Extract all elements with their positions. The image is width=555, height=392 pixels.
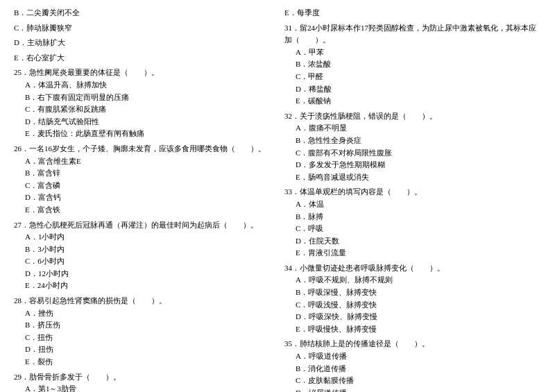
question-q31: 31．留24小时尿标本作17羟类固醇检查，为防止尿中激素被氧化，其标本应加（ ）… <box>284 22 541 108</box>
page-content: B．二尖瓣关闭不全C．肺动脉瓣狭窄D．主动脉扩大E．右心室扩大25．急性阑尾炎最… <box>14 7 541 392</box>
question-text: 33．体温单观栏的填写内容是（ ）。 <box>284 186 541 198</box>
question-text: 35．肺结核肺上是的传播途径是（ ）。 <box>284 338 541 350</box>
option-q32-2: C．腹部有不对称局限性腹胀 <box>284 147 541 160</box>
question-q_e2: E．每季度 <box>284 7 541 19</box>
question-text: 29．肋骨骨折多发于（ ）。 <box>14 371 271 384</box>
option-q35-1: B．消化道传播 <box>284 363 541 375</box>
option-q31-3: D．稀盐酸 <box>284 83 541 96</box>
option-q34-3: D．呼吸深快、脉搏变慢 <box>284 311 541 323</box>
question-q29: 29．肋骨骨折多发于（ ）。A．第1～3肋骨B．第4～7肋骨C．第7～9肋骨D．… <box>14 371 271 392</box>
question-q32: 32．关于溃疡性肠梗阻，错误的是（ ）。A．腹痛不明显B．急性性全身炎症C．腹部… <box>284 110 541 184</box>
question-q_b1: B．二尖瓣关闭不全 <box>14 7 271 19</box>
option-q32-4: E．肠鸣音减退或消失 <box>284 171 541 184</box>
right-column: E．每季度31．留24小时尿标本作17羟类固醇检查，为防止尿中激素被氧化，其标本… <box>284 7 541 392</box>
option-q28-3: D．扭伤 <box>14 343 271 356</box>
question-text: 25．急性阑尾炎最重要的体征是（ ）。 <box>14 67 271 79</box>
option-q35-2: C．皮肤黏膜传播 <box>284 375 541 387</box>
option-q32-1: B．急性性全身炎症 <box>284 135 541 147</box>
question-q25: 25．急性阑尾炎最重要的体征是（ ）。A．体温升高、脉搏加快B．右下腹有固定而明… <box>14 67 271 140</box>
question-text: 34．小微量切迹处患者呼吸脉搏变化（ ）。 <box>284 262 541 275</box>
option-q31-2: C．甲醛 <box>284 71 541 83</box>
option-q34-2: C．呼吸浅慢、脉搏变快 <box>284 299 541 312</box>
option-q35-0: A．呼吸道传播 <box>284 350 541 363</box>
option-q28-2: C．扭伤 <box>14 332 271 344</box>
option-q31-4: E．碳酸钠 <box>284 95 541 108</box>
option-q27-3: D．12小时内 <box>14 268 271 280</box>
question-text: 28．容易引起急性肾窦痛的损伤是（ ）。 <box>14 295 271 307</box>
question-text: C．肺动脉瓣狭窄 <box>14 22 271 35</box>
option-q27-1: B．3小时内 <box>14 244 271 256</box>
question-q28: 28．容易引起急性肾窦痛的损伤是（ ）。A．挫伤B．挤压伤C．扭伤D．扭伤E．裂… <box>14 295 271 368</box>
option-q32-3: D．多发发于急性期期模糊 <box>284 159 541 171</box>
option-q34-4: E．呼吸慢快、脉搏变慢 <box>284 323 541 336</box>
option-q25-0: A．体温升高、脉搏加快 <box>14 79 271 92</box>
option-q25-3: D．结肠充气试验阳性 <box>14 116 271 128</box>
option-q33-4: E．胃液引流量 <box>284 247 541 259</box>
option-q31-1: B．浓盐酸 <box>284 58 541 71</box>
option-q28-0: A．挫伤 <box>14 307 271 320</box>
option-q31-0: A．甲苯 <box>284 46 541 59</box>
option-q33-2: C．呼吸 <box>284 223 541 235</box>
option-q28-4: E．裂伤 <box>14 356 271 368</box>
question-text: 27．急性心肌梗死后冠脉再通（再灌注）的最佳时间为起病后（ ）。 <box>14 219 271 232</box>
option-q27-0: A．1小时内 <box>14 231 271 244</box>
question-text: D．主动脉扩大 <box>14 37 271 49</box>
option-q26-1: B．富含锌 <box>14 167 271 180</box>
option-q29-0: A．第1～3肋骨 <box>14 383 271 392</box>
question-text: 26．一名16岁女生，个子矮、胸廓未发育，应该多食用哪类食物（ ）。 <box>14 143 271 155</box>
option-q26-0: A．富含维生素E <box>14 155 271 168</box>
question-text: 31．留24小时尿标本作17羟类固醇检查，为防止尿中激素被氧化，其标本应加（ ）… <box>284 22 541 46</box>
option-q28-1: B．挤压伤 <box>14 319 271 332</box>
question-q_d1: D．主动脉扩大 <box>14 37 271 49</box>
left-column: B．二尖瓣关闭不全C．肺动脉瓣狭窄D．主动脉扩大E．右心室扩大25．急性阑尾炎最… <box>14 7 271 392</box>
question-text: B．二尖瓣关闭不全 <box>14 7 271 19</box>
question-q_e1: E．右心室扩大 <box>14 52 271 65</box>
option-q34-1: B．呼吸深慢、脉搏变快 <box>284 287 541 299</box>
option-q27-2: C．6小时内 <box>14 255 271 268</box>
option-q25-4: E．麦氏指位：此肠直壁有闸有触痛 <box>14 128 271 140</box>
option-q34-0: A．呼吸不规则、脉搏不规则 <box>284 274 541 287</box>
question-text: 32．关于溃疡性肠梗阻，错误的是（ ）。 <box>284 110 541 123</box>
option-q33-0: A．体温 <box>284 198 541 211</box>
option-q33-1: B．脉搏 <box>284 211 541 223</box>
option-q32-0: A．腹痛不明显 <box>284 122 541 135</box>
question-q35: 35．肺结核肺上是的传播途径是（ ）。A．呼吸道传播B．消化道传播C．皮肤黏膜传… <box>284 338 541 392</box>
question-text: E．每季度 <box>284 7 541 19</box>
option-q35-3: D．泌尿道传播 <box>284 387 541 392</box>
question-q26: 26．一名16岁女生，个子矮、胸廓未发育，应该多食用哪类食物（ ）。A．富含维生… <box>14 143 271 216</box>
option-q26-3: D．富含钙 <box>14 191 271 204</box>
option-q25-2: C．有腹肌紧张和反跳痛 <box>14 103 271 116</box>
option-q26-4: E．富含铁 <box>14 204 271 216</box>
question-q27: 27．急性心肌梗死后冠脉再通（再灌注）的最佳时间为起病后（ ）。A．1小时内B．… <box>14 219 271 293</box>
option-q27-4: E．24小时内 <box>14 280 271 292</box>
option-q25-1: B．右下腹有固定而明显的压痛 <box>14 92 271 104</box>
option-q33-3: D．住院天数 <box>284 235 541 248</box>
question-q34: 34．小微量切迹处患者呼吸脉搏变化（ ）。A．呼吸不规则、脉搏不规则B．呼吸深慢… <box>284 262 541 336</box>
question-text: E．右心室扩大 <box>14 52 271 65</box>
option-q26-2: C．富含磷 <box>14 180 271 192</box>
question-q33: 33．体温单观栏的填写内容是（ ）。A．体温B．脉搏C．呼吸D．住院天数E．胃液… <box>284 186 541 259</box>
question-q_c1: C．肺动脉瓣狭窄 <box>14 22 271 35</box>
